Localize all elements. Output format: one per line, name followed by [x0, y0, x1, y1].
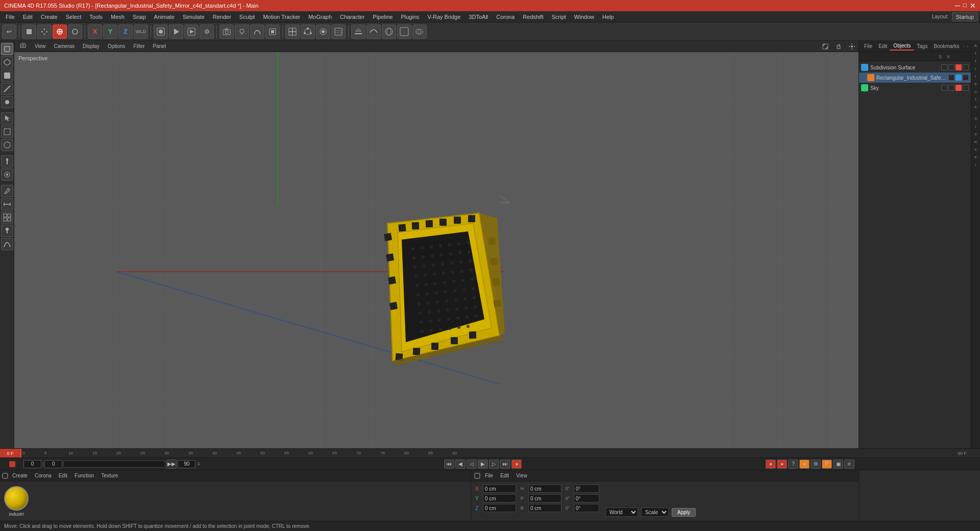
tool-knife[interactable]: [1, 185, 13, 197]
vp-lock-icon[interactable]: [835, 43, 842, 50]
deformer-btn[interactable]: [285, 25, 300, 39]
render-view-btn[interactable]: [154, 25, 168, 39]
menu-render[interactable]: Render: [209, 13, 235, 21]
menu-simulate[interactable]: Simulate: [179, 13, 208, 21]
pb-frame-input[interactable]: [23, 460, 41, 468]
tool-circle-select[interactable]: [1, 139, 13, 151]
rs-btn-5[interactable]: i: [972, 73, 979, 80]
render-active-btn[interactable]: [169, 25, 183, 39]
material-btn[interactable]: [316, 25, 330, 39]
light-btn[interactable]: [235, 25, 249, 39]
mat-tab-texture[interactable]: Texture: [98, 472, 121, 479]
tool-paint[interactable]: [1, 155, 13, 167]
pb-btn-play[interactable]: ▶: [478, 460, 488, 469]
tool-object-mode[interactable]: [1, 43, 13, 55]
world-axis-btn[interactable]: WLD: [134, 25, 148, 39]
tool-edge-mode[interactable]: [1, 83, 13, 95]
coord-x-pos[interactable]: [483, 485, 516, 493]
om-tab-bookmarks[interactable]: Bookmarks: [930, 42, 962, 50]
x-axis-btn[interactable]: X: [88, 25, 102, 39]
menu-file[interactable]: File: [2, 13, 18, 21]
floor-btn[interactable]: [351, 25, 365, 39]
rotate-tool-btn[interactable]: [68, 25, 82, 39]
pb-btn-red1[interactable]: ●: [766, 460, 776, 469]
rs-btn-g[interactable]: r: [972, 161, 979, 168]
tool-live-select[interactable]: [1, 112, 13, 125]
menu-redshift[interactable]: Redshift: [519, 13, 547, 21]
om-gear-icon[interactable]: [967, 43, 968, 50]
menu-select[interactable]: Select: [62, 13, 85, 21]
om-tab-edit[interactable]: Edit: [875, 42, 890, 50]
vp-options-btn[interactable]: Options: [106, 43, 127, 50]
rs-btn-4[interactable]: r: [972, 65, 979, 72]
om-ctrl-v[interactable]: [948, 64, 954, 70]
render-settings-btn[interactable]: ⚙: [200, 25, 214, 39]
pb-btn-extra1[interactable]: ▣: [833, 460, 843, 469]
om-ctrl-sky-2[interactable]: [963, 85, 969, 91]
pb-btn-next-frame[interactable]: ▷: [489, 460, 499, 469]
vp-view-btn[interactable]: View: [33, 43, 48, 50]
vp-expand-icon[interactable]: [822, 43, 829, 50]
rs-btn-b[interactable]: r: [972, 123, 979, 130]
scale-mode-dropdown[interactable]: Scale Size: [641, 508, 669, 517]
coord-y-size[interactable]: [528, 494, 561, 502]
menu-sculpt[interactable]: Sculpt: [236, 13, 259, 21]
pb-btn-settings2[interactable]: ⚙: [811, 460, 821, 469]
menu-pipeline[interactable]: Pipeline: [369, 13, 396, 21]
coord-y-pos[interactable]: [483, 494, 516, 502]
rs-btn-f[interactable]: e: [972, 153, 979, 160]
sky2-btn[interactable]: [366, 25, 381, 39]
tool-mesh-mode[interactable]: [1, 56, 13, 68]
composite-btn[interactable]: [412, 25, 427, 39]
menu-mesh[interactable]: Mesh: [107, 13, 128, 21]
rs-btn-s[interactable]: S: [972, 115, 979, 122]
rs-btn-c[interactable]: o: [972, 130, 979, 137]
pb-btn-orange2[interactable]: P: [822, 460, 832, 469]
mat-tab-create[interactable]: Create: [9, 472, 31, 479]
rs-btn-8[interactable]: t: [972, 95, 979, 103]
om-ctrl-sky-v[interactable]: [948, 85, 954, 91]
z-axis-btn[interactable]: Z: [118, 25, 133, 39]
coord-x-size[interactable]: [528, 485, 561, 493]
mat-tab-corona[interactable]: Corona: [32, 472, 55, 479]
rs-btn-9[interactable]: e: [972, 103, 979, 110]
close-btn[interactable]: ✕: [970, 2, 976, 10]
rs-btn-3[interactable]: t: [972, 57, 979, 64]
pb-frame-slider[interactable]: [63, 461, 165, 468]
menu-tools[interactable]: Tools: [86, 13, 106, 21]
attr-tab-edit[interactable]: Edit: [498, 472, 511, 479]
texture-btn[interactable]: [331, 25, 346, 39]
tool-sculpt2[interactable]: [1, 168, 13, 181]
tool-point-mode[interactable]: [1, 96, 13, 108]
render-all-btn[interactable]: [184, 25, 199, 39]
om-ctrl-m-v[interactable]: [955, 75, 962, 81]
om-ctrl-2[interactable]: [963, 64, 969, 70]
coord-x-rot[interactable]: [574, 485, 599, 493]
om-tab-file[interactable]: File: [861, 42, 875, 50]
rs-btn-1[interactable]: A: [972, 42, 979, 49]
om-ctrl-dot1[interactable]: [955, 64, 962, 70]
y-axis-btn[interactable]: Y: [103, 25, 117, 39]
coord-z-pos[interactable]: [483, 504, 516, 512]
coord-y-rot[interactable]: [574, 494, 599, 502]
pb-btn-skip-end[interactable]: ⏭: [500, 460, 510, 469]
pb-btn-orange1[interactable]: ●: [799, 460, 810, 469]
tool-polygon-mode[interactable]: [1, 69, 13, 82]
pb-btn-red2[interactable]: ●: [777, 460, 787, 469]
camera-btn[interactable]: [219, 25, 234, 39]
menu-animate[interactable]: Animate: [151, 13, 178, 21]
spline-btn[interactable]: [250, 25, 264, 39]
menu-create[interactable]: Create: [37, 13, 61, 21]
pb-end-input[interactable]: [178, 460, 195, 468]
subdiv-btn[interactable]: [265, 25, 280, 39]
menu-snap[interactable]: Snap: [129, 13, 150, 21]
vp-filter-btn[interactable]: Filter: [131, 43, 146, 50]
mat-tab-edit[interactable]: Edit: [56, 472, 70, 479]
coord-z-rot[interactable]: [574, 504, 599, 512]
tool-spline2[interactable]: [1, 238, 13, 250]
tool-brush[interactable]: [1, 225, 13, 237]
om-tab-tags[interactable]: Tags: [914, 42, 930, 50]
vp-panel-btn[interactable]: Panel: [151, 43, 168, 50]
om-item-subdivision[interactable]: Subdivision Surface: [859, 62, 971, 73]
menu-window[interactable]: Window: [571, 13, 598, 21]
